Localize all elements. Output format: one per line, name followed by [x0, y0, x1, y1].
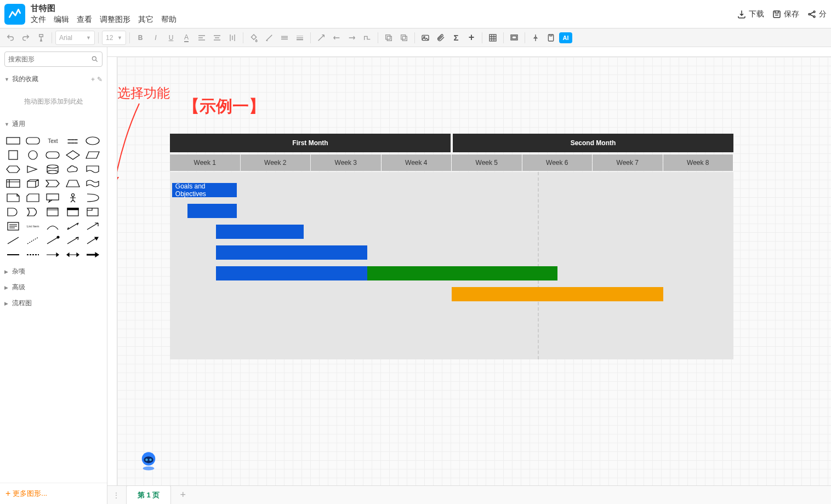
- to-back-button[interactable]: [397, 31, 411, 45]
- shape-line-dot[interactable]: [45, 235, 60, 246]
- gantt-bar-5[interactable]: [367, 266, 557, 280]
- formula-button[interactable]: Σ: [449, 31, 463, 45]
- shape-circle[interactable]: [25, 150, 41, 161]
- tab-menu-icon[interactable]: ⋮: [111, 491, 122, 499]
- shape-card[interactable]: [25, 192, 41, 203]
- ai-button[interactable]: AI: [559, 32, 572, 43]
- flowchart-section[interactable]: ▶流程图: [0, 295, 107, 311]
- menu-adjust[interactable]: 调整图形: [100, 15, 130, 25]
- shape-rect[interactable]: [5, 135, 21, 146]
- gantt-week-7[interactable]: Week 7: [593, 154, 663, 171]
- insert-button[interactable]: +: [464, 31, 479, 45]
- image-button[interactable]: [418, 31, 432, 45]
- pin-button[interactable]: [528, 31, 543, 45]
- edit-favorite-icon[interactable]: ✎: [97, 76, 103, 83]
- gantt-bar-3[interactable]: [216, 245, 367, 260]
- shape-arrow-open[interactable]: [85, 221, 100, 232]
- attachment-button[interactable]: [434, 31, 448, 45]
- shape-process[interactable]: [45, 150, 60, 161]
- undo-button[interactable]: [3, 31, 18, 45]
- download-button[interactable]: 下载: [737, 9, 764, 19]
- font-family-select[interactable]: Arial▼: [55, 31, 95, 45]
- line-style-button[interactable]: [277, 31, 292, 45]
- gantt-week-5[interactable]: Week 5: [452, 154, 522, 171]
- shape-connector4[interactable]: [65, 249, 81, 260]
- shape-triangle[interactable]: [25, 164, 41, 175]
- shape-square[interactable]: [5, 150, 21, 161]
- shape-connector3[interactable]: [45, 249, 60, 260]
- gantt-month-1[interactable]: First Month: [170, 134, 451, 152]
- shape-diamond[interactable]: [65, 150, 81, 161]
- gantt-week-3[interactable]: Week 3: [311, 154, 381, 171]
- format-painter-button[interactable]: [34, 31, 48, 45]
- gantt-week-2[interactable]: Week 2: [241, 154, 311, 171]
- layers-button[interactable]: [507, 31, 521, 45]
- bold-button[interactable]: B: [133, 31, 147, 45]
- shape-document[interactable]: [85, 164, 100, 175]
- shape-cloud[interactable]: [65, 164, 81, 175]
- shape-step[interactable]: [45, 178, 60, 189]
- shape-list[interactable]: [5, 221, 21, 232]
- add-favorite-icon[interactable]: +: [91, 76, 95, 83]
- shape-hexagon[interactable]: [5, 164, 21, 175]
- table-button[interactable]: [486, 31, 500, 45]
- share-button[interactable]: 分: [807, 9, 827, 19]
- gantt-bar-0[interactable]: Goals and Objectives: [172, 183, 237, 197]
- canvas[interactable]: 选择功能 【示例一】 First Month Second Month Week…: [117, 57, 831, 485]
- note-button[interactable]: [544, 31, 558, 45]
- connector-button[interactable]: [314, 31, 328, 45]
- shape-trapezoid[interactable]: [65, 178, 81, 189]
- shape-arrow-thin[interactable]: [65, 235, 81, 246]
- shape-bidir-arrow[interactable]: [65, 221, 81, 232]
- shape-or[interactable]: [25, 207, 41, 217]
- shape-line[interactable]: [5, 235, 21, 246]
- gantt-month-2[interactable]: Second Month: [453, 134, 733, 152]
- shape-cylinder[interactable]: [45, 164, 60, 175]
- menu-other[interactable]: 其它: [138, 15, 153, 25]
- shape-note[interactable]: [5, 192, 21, 203]
- shape-curve-right[interactable]: [85, 192, 100, 203]
- advanced-section[interactable]: ▶高级: [0, 279, 107, 295]
- gantt-week-4[interactable]: Week 4: [382, 154, 452, 171]
- shape-internal[interactable]: [5, 178, 21, 189]
- assistant-bot-icon[interactable]: [137, 449, 160, 472]
- menu-view[interactable]: 查看: [77, 15, 92, 25]
- gantt-week-8[interactable]: Week 8: [663, 154, 733, 171]
- shape-parallelogram[interactable]: [85, 150, 100, 161]
- shape-ellipse[interactable]: [85, 135, 100, 146]
- shape-connector1[interactable]: [5, 249, 21, 260]
- arrow-start-button[interactable]: [329, 31, 344, 45]
- search-field[interactable]: [8, 55, 91, 63]
- shape-and[interactable]: [5, 207, 21, 217]
- shape-text[interactable]: Text: [45, 135, 60, 146]
- shape-cube[interactable]: [25, 178, 41, 189]
- fill-color-button[interactable]: [247, 31, 261, 45]
- waypoints-button[interactable]: [360, 31, 374, 45]
- gantt-bar-2[interactable]: [216, 225, 304, 239]
- to-front-button[interactable]: [382, 31, 396, 45]
- gantt-bar-4[interactable]: [216, 266, 367, 280]
- arrow-end-button[interactable]: [345, 31, 359, 45]
- menu-edit[interactable]: 编辑: [54, 15, 69, 25]
- shape-roundrect[interactable]: [25, 135, 41, 146]
- more-shapes-button[interactable]: +更多图形...: [0, 483, 107, 504]
- shape-connector2[interactable]: [25, 249, 41, 260]
- shape-textbox[interactable]: ▬▬▬▬▬▬: [65, 135, 81, 146]
- favorites-section[interactable]: ▼我的收藏 + ✎: [0, 71, 107, 87]
- underline-button[interactable]: U: [164, 31, 178, 45]
- gantt-week-6[interactable]: Week 6: [522, 154, 593, 171]
- document-title[interactable]: 甘特图: [31, 3, 737, 14]
- align-left-button[interactable]: [195, 31, 209, 45]
- general-section[interactable]: ▼通用: [0, 116, 107, 132]
- shape-datastore[interactable]: [45, 207, 60, 217]
- shape-actor[interactable]: [65, 192, 81, 203]
- tab-page-1[interactable]: 第 1 页: [126, 485, 171, 504]
- valign-button[interactable]: [225, 31, 240, 45]
- save-button[interactable]: 保存: [772, 9, 799, 19]
- gantt-bar-1[interactable]: [187, 204, 237, 218]
- shape-frame[interactable]: [85, 207, 100, 217]
- search-shape-input[interactable]: [4, 51, 103, 67]
- menu-help[interactable]: 帮助: [161, 15, 177, 25]
- shape-tape[interactable]: [85, 178, 100, 189]
- line-color-button[interactable]: [262, 31, 276, 45]
